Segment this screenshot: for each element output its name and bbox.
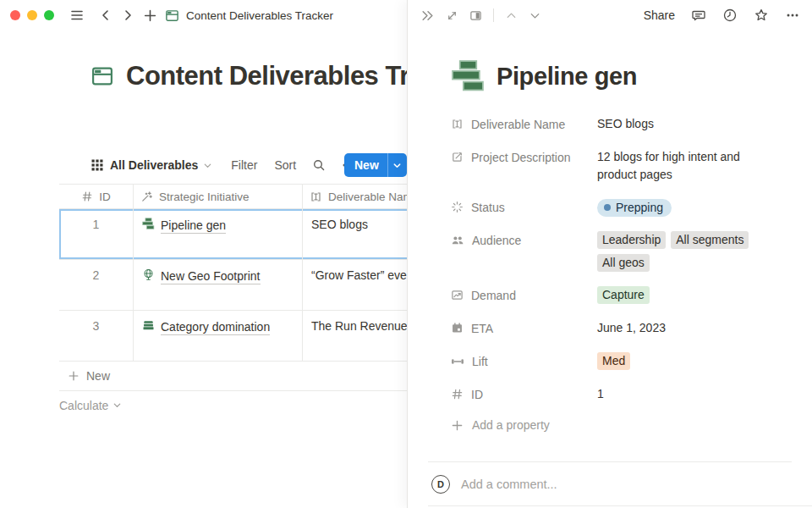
property-name: Demand [471,287,516,305]
tag[interactable]: All segments [671,231,749,249]
add-property-label: Add a property [472,418,550,432]
property-label[interactable]: Demand [451,286,597,305]
property-list: Deliverable Name SEO blogs Project Descr… [451,115,793,432]
forward-icon[interactable] [117,4,139,26]
property-label[interactable]: Lift [451,352,597,371]
status-pill[interactable]: Prepping [597,199,672,217]
new-tab-icon[interactable] [139,4,161,26]
ellipsis-icon[interactable] [785,8,800,23]
record-link[interactable]: Category domination [142,319,270,335]
property-value[interactable]: 12 blogs for high intent and product pag… [597,148,763,184]
table-page-icon [161,4,183,26]
property-value[interactable]: Leadership All segments All geos [597,231,793,272]
column-header-id[interactable]: ID [59,185,134,208]
property-value[interactable]: SEO blogs [597,115,793,134]
tag[interactable]: Leadership [597,231,666,249]
pipeline-bars-icon [451,59,486,94]
property-row-id[interactable]: ID 1 [451,385,793,404]
table-view-grid-icon [91,159,103,171]
chevron-up-icon[interactable] [505,9,518,22]
cell-strategic-initiative[interactable]: Category domination [134,311,303,361]
cell-deliverable-name[interactable]: SEO blogs [303,209,407,259]
window-controls[interactable] [0,10,66,20]
property-value[interactable]: 1 [597,385,793,404]
chevron-down-icon[interactable] [388,161,407,170]
new-row-button[interactable]: New [59,362,407,391]
add-property-button[interactable]: Add a property [451,418,793,432]
property-row-deliverable-name[interactable]: Deliverable Name SEO blogs [451,115,793,134]
column-header-deliverable-name[interactable]: Deliverable Name [303,185,407,208]
sidebar-menu-icon[interactable] [66,4,88,26]
property-row-lift[interactable]: Lift Med [451,352,793,371]
tag[interactable]: Med [597,352,630,370]
calculate-button[interactable]: Calculate [59,391,407,419]
record-link-label[interactable]: New Geo Footprint [161,268,261,284]
divider [428,505,812,506]
back-icon[interactable] [95,4,117,26]
double-chevron-right-icon[interactable] [420,8,435,23]
record-link[interactable]: New Geo Footprint [142,268,261,284]
comment-input[interactable]: Add a comment... [461,478,557,491]
chevron-down-icon [112,400,122,410]
star-icon[interactable] [754,8,769,23]
property-row-status[interactable]: Status Prepping [451,198,793,217]
comment-bubble-icon[interactable] [691,8,706,23]
expand-diagonal-icon[interactable] [446,9,458,22]
stack-icon [142,319,155,332]
table-row[interactable]: 3 Category domination The Run Revenue S [59,311,407,362]
property-row-project-description[interactable]: Project Description 12 blogs for high in… [451,148,793,184]
hash-icon [451,388,464,400]
property-value[interactable]: June 1, 2023 [597,319,793,338]
table-page-icon [91,64,114,88]
minimize-window-button[interactable] [27,10,37,20]
status-spinner-icon [451,201,464,213]
chevron-down-icon[interactable] [529,9,541,22]
page-title[interactable]: Content Deliverables Tracker [126,61,407,91]
tag[interactable]: Capture [597,286,650,304]
status-dot [604,204,611,211]
property-row-eta[interactable]: ETA June 1, 2023 [451,319,793,338]
tag[interactable]: All geos [597,254,650,272]
record-link-label[interactable]: Category domination [161,319,270,335]
property-label[interactable]: Audience [451,231,597,272]
record-link-label[interactable]: Pipeline gen [161,218,226,234]
column-header-strategic-initiative[interactable]: Strategic Initiative [134,185,303,208]
text-property-icon [451,118,464,130]
toolbar-divider [493,8,494,22]
sort-button[interactable]: Sort [274,158,296,172]
record-title[interactable]: Pipeline gen [497,63,637,91]
search-icon[interactable] [312,158,326,172]
side-peek-icon[interactable] [469,9,482,22]
share-button[interactable]: Share [644,8,675,22]
property-value[interactable]: Med [597,352,793,371]
property-label[interactable]: Deliverable Name [451,115,597,134]
record-link[interactable]: Pipeline gen [142,218,226,234]
history-clock-icon[interactable] [722,8,738,23]
people-icon [451,234,464,247]
view-name[interactable]: All Deliverables [110,158,198,172]
comment-row[interactable]: D Add a comment... [408,462,812,505]
new-record-button-label[interactable]: New [344,158,387,172]
column-header-label: ID [99,190,111,203]
cell-deliverable-name[interactable]: “Grow Faster” eve [303,260,407,310]
cell-strategic-initiative[interactable]: Pipeline gen [134,209,303,259]
table-row[interactable]: 1 Pipeline gen SEO blogs [59,209,407,260]
table-row[interactable]: 2 New Geo Footprint “Grow Faster” eve [59,260,407,311]
cell-strategic-initiative[interactable]: New Geo Footprint [134,260,303,310]
close-window-button[interactable] [10,10,20,20]
cell-deliverable-name[interactable]: The Run Revenue S [303,311,407,361]
zoom-window-button[interactable] [44,10,54,20]
property-value[interactable]: Capture [597,286,793,305]
property-row-audience[interactable]: Audience Leadership All segments All geo… [451,231,793,272]
property-name: Status [471,199,505,217]
property-label[interactable]: ID [451,385,597,404]
filter-button[interactable]: Filter [231,158,257,172]
property-label[interactable]: Status [451,198,597,217]
property-label[interactable]: Project Description [451,148,597,184]
chevron-down-icon[interactable] [203,161,212,170]
new-record-button[interactable]: New [344,153,407,177]
titlebar: Content Deliverables Tracker [0,0,407,30]
property-row-demand[interactable]: Demand Capture [451,286,793,305]
property-label[interactable]: ETA [451,319,597,338]
property-value[interactable]: Prepping [597,198,793,217]
